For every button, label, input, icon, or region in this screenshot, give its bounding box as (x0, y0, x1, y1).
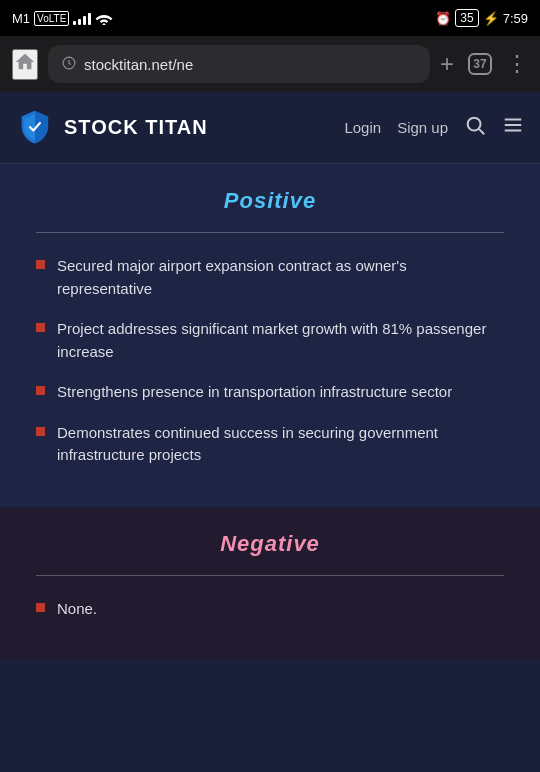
bullet-icon (36, 427, 45, 436)
negative-title: Negative (36, 531, 504, 557)
search-button[interactable] (464, 114, 486, 141)
status-bar: M1 VoLTE ⏰ 35 ⚡ 7:59 (0, 0, 540, 36)
home-button[interactable] (12, 49, 38, 80)
status-left: M1 VoLTE (12, 11, 113, 26)
svg-point-2 (468, 118, 481, 131)
list-item: Secured major airport expansion contract… (36, 255, 504, 300)
bar4 (88, 13, 91, 25)
site-header: STOCK TITAN Login Sign up (0, 92, 540, 164)
wifi-icon (95, 11, 113, 25)
menu-button[interactable] (502, 114, 524, 141)
volte-label: VoLTE (34, 11, 69, 26)
url-security-icon (62, 56, 76, 73)
bar3 (83, 16, 86, 25)
positive-title: Positive (36, 188, 504, 214)
negative-bullet-list: None. (36, 598, 504, 621)
time-display: 7:59 (503, 11, 528, 26)
bullet-text: Strengthens presence in transportation i… (57, 381, 452, 404)
add-tab-button[interactable]: + (440, 50, 454, 78)
bar1 (73, 21, 76, 25)
bullet-icon (36, 386, 45, 395)
positive-bullet-list: Secured major airport expansion contract… (36, 255, 504, 467)
bullet-text: Secured major airport expansion contract… (57, 255, 504, 300)
list-item: None. (36, 598, 504, 621)
more-menu-button[interactable]: ⋮ (506, 51, 528, 77)
logo-area: STOCK TITAN (16, 109, 344, 147)
bullet-text: Project addresses significant market gro… (57, 318, 504, 363)
browser-actions: + 37 ⋮ (440, 50, 528, 78)
charging-icon: ⚡ (483, 11, 499, 26)
login-link[interactable]: Login (344, 119, 381, 136)
list-item: Demonstrates continued success in securi… (36, 422, 504, 467)
logo-text: STOCK TITAN (64, 116, 208, 139)
url-text: stocktitan.net/ne (84, 56, 193, 73)
logo-shield-icon (16, 109, 54, 147)
none-text: None. (57, 598, 97, 621)
bullet-icon (36, 323, 45, 332)
negative-divider (36, 575, 504, 576)
signal-bars (73, 11, 91, 25)
list-item: Strengthens presence in transportation i… (36, 381, 504, 404)
bar2 (78, 19, 81, 25)
tabs-count-button[interactable]: 37 (468, 53, 492, 75)
alarm-icon: ⏰ (435, 11, 451, 26)
svg-line-3 (479, 129, 484, 134)
list-item: Project addresses significant market gro… (36, 318, 504, 363)
positive-divider (36, 232, 504, 233)
carrier-label: M1 (12, 11, 30, 26)
bullet-text: Demonstrates continued success in securi… (57, 422, 504, 467)
positive-section: Positive Secured major airport expansion… (0, 164, 540, 507)
main-content: Positive Secured major airport expansion… (0, 164, 540, 660)
url-bar[interactable]: stocktitan.net/ne (48, 45, 430, 83)
bullet-icon (36, 260, 45, 269)
negative-section: Negative None. (0, 507, 540, 661)
svg-point-0 (103, 23, 106, 25)
header-nav: Login Sign up (344, 114, 524, 141)
browser-chrome: stocktitan.net/ne + 37 ⋮ (0, 36, 540, 92)
signup-link[interactable]: Sign up (397, 119, 448, 136)
status-right: ⏰ 35 ⚡ 7:59 (435, 9, 528, 27)
battery-level: 35 (455, 9, 478, 27)
bullet-icon (36, 603, 45, 612)
